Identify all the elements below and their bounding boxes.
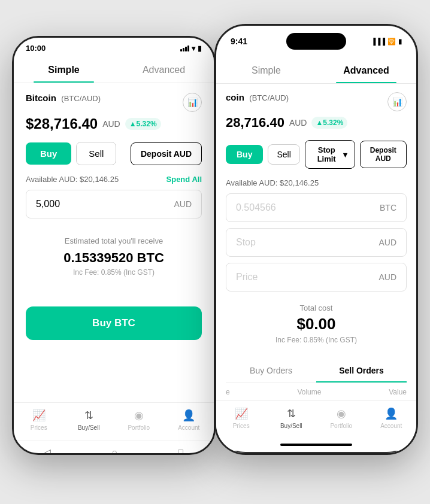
wifi-icon: ▾	[192, 44, 195, 53]
coin-title-left: Bitcoin (BTC/AUD)	[26, 93, 101, 104]
portfolio-icon-left: ◉	[134, 409, 144, 422]
coin-pair-right: (BTC/AUD)	[249, 93, 289, 102]
chart-icon-left[interactable]: 📊	[183, 93, 202, 112]
nav-prices-left[interactable]: 📈 Prices	[14, 409, 64, 431]
content-left: Bitcoin (BTC/AUD) 📊 $28,716.40 AUD ▲5.32…	[14, 83, 214, 402]
aud-currency: AUD	[174, 199, 192, 209]
input-aud-field[interactable]: 5,000 AUD	[26, 190, 202, 218]
available-label-right: Available AUD: $20,146.25	[226, 178, 319, 187]
buy-button-right[interactable]: Buy	[226, 145, 263, 164]
coin-title-right: coin (BTC/AUD)	[226, 92, 289, 103]
buysell-icon-right: ⇅	[287, 407, 296, 420]
tabs-right: Simple Advanced	[216, 57, 416, 84]
prices-label-right: Prices	[233, 423, 250, 429]
android-back[interactable]: ◁	[44, 447, 51, 455]
iphone-time: 9:41	[231, 37, 247, 46]
sell-button-left[interactable]: Sell	[76, 142, 116, 165]
tab-advanced-left[interactable]: Advanced	[114, 56, 214, 83]
tab-simple-right[interactable]: Simple	[216, 57, 316, 83]
estimated-box: Estimated total you'll receive 0.1533952…	[26, 224, 202, 289]
action-buttons-left: Buy Sell Deposit AUD	[26, 142, 202, 165]
sell-orders-tab[interactable]: Sell Orders	[316, 360, 407, 382]
account-icon-left: 👤	[182, 409, 195, 422]
nav-account-left[interactable]: 👤 Account	[164, 409, 214, 431]
btc-value: 0.504566	[236, 202, 276, 213]
prices-icon-right: 📈	[235, 407, 248, 420]
nav-buysell-left[interactable]: ⇅ Buy/Sell	[64, 409, 114, 431]
nav-account-right[interactable]: 👤 Account	[367, 407, 417, 429]
total-box: Total cost $0.00 Inc Fee: 0.85% (Inc GST…	[226, 297, 407, 354]
buysell-label-left: Buy/Sell	[78, 424, 100, 431]
home-bar	[280, 444, 352, 446]
price-change-left: ▲5.32%	[125, 118, 161, 130]
battery-icon: ▮	[198, 44, 202, 53]
tab-advanced-right[interactable]: Advanced	[316, 57, 416, 83]
price-value-left: $28,716.40	[26, 116, 98, 132]
buy-button-left[interactable]: Buy	[26, 142, 71, 165]
coin-header-left: Bitcoin (BTC/AUD) 📊	[26, 93, 202, 112]
phone-right: 9:41 ▐▐▐ 🛜 ▮ Simple Advanced coin	[214, 24, 418, 455]
available-label-left: Available AUD: $20,146.25	[26, 175, 119, 184]
phone-left: 10:00 ▾ ▮ Simple Advanced	[12, 36, 216, 455]
price-row-left: $28,716.40 AUD ▲5.32%	[26, 116, 202, 132]
screen-left: Simple Advanced Bitcoin (BTC/AUD) 📊 $28,…	[14, 56, 214, 441]
tabs-left: Simple Advanced	[14, 56, 214, 83]
orders-header: e Volume Value	[226, 383, 407, 400]
bottom-nav-left: 📈 Prices ⇅ Buy/Sell ◉ Portfolio 👤 Accoun…	[14, 402, 214, 441]
time-left: 10:00	[26, 44, 46, 53]
sell-button-right[interactable]: Sell	[268, 144, 299, 165]
price-value-input: Price	[236, 272, 258, 283]
orders-col2: Volume	[297, 388, 321, 396]
nav-portfolio-right[interactable]: ◉ Portfolio	[316, 407, 367, 429]
price-currency-input: AUD	[378, 272, 396, 282]
buysell-icon-left: ⇅	[84, 409, 93, 422]
tab-simple-left[interactable]: Simple	[14, 56, 114, 83]
iphone-wifi-icon: 🛜	[387, 38, 396, 45]
buy-orders-tab[interactable]: Buy Orders	[226, 360, 316, 382]
nav-portfolio-left[interactable]: ◉ Portfolio	[114, 409, 164, 431]
deposit-button-right[interactable]: Deposit AUD	[360, 141, 407, 168]
stop-currency: AUD	[378, 238, 396, 247]
screen-right: Simple Advanced coin (BTC/AUD) 📊 28,716.…	[216, 57, 416, 451]
nav-buysell-right[interactable]: ⇅ Buy/Sell	[267, 407, 317, 429]
fee-text-left: Inc Fee: 0.85% (Inc GST)	[26, 268, 202, 277]
estimated-value: 0.15339520 BTC	[26, 250, 202, 266]
input-price-field[interactable]: Price AUD	[226, 263, 407, 292]
orders-col1: e	[226, 388, 230, 396]
spend-all-button[interactable]: Spend All	[166, 175, 202, 184]
content-right: coin (BTC/AUD) 📊 28,716.40 AUD ▲5.32% Bu…	[216, 84, 416, 400]
android-home[interactable]: ○	[112, 447, 117, 455]
status-bar-left: 10:00 ▾ ▮	[14, 38, 214, 56]
portfolio-label-left: Portfolio	[128, 424, 150, 431]
bottom-nav-right: 📈 Prices ⇅ Buy/Sell ◉ Portfolio 👤 Accoun…	[216, 400, 416, 439]
estimated-label: Estimated total you'll receive	[26, 236, 202, 245]
stop-limit-button[interactable]: Stop Limit ▾	[305, 140, 355, 169]
coin-name-left: Bitcoin	[26, 93, 56, 103]
stop-value: Stop	[236, 237, 256, 248]
android-recent[interactable]: □	[178, 447, 183, 455]
account-icon-right: 👤	[384, 407, 398, 420]
status-icons-left: ▾ ▮	[180, 44, 202, 53]
deposit-button-left[interactable]: Deposit AUD	[131, 142, 202, 165]
orders-col3: Value	[389, 388, 407, 396]
input-stop-field[interactable]: Stop AUD	[226, 228, 407, 257]
total-value: $0.00	[226, 315, 407, 333]
available-row-right: Available AUD: $20,146.25	[226, 178, 407, 187]
portfolio-icon-right: ◉	[337, 407, 346, 420]
account-label-right: Account	[380, 423, 402, 429]
buy-btc-button[interactable]: Buy BTC	[26, 306, 202, 340]
signal-icon	[180, 45, 189, 51]
chart-icon-right[interactable]: 📊	[387, 92, 407, 111]
price-currency-left: AUD	[102, 119, 120, 129]
price-value-right: 28,716.40	[226, 115, 284, 130]
price-currency-right: AUD	[289, 118, 307, 127]
chevron-down-icon: ▾	[343, 150, 347, 159]
prices-label-left: Prices	[31, 424, 47, 431]
nav-prices-right[interactable]: 📈 Prices	[216, 407, 267, 429]
coin-pair-left: (BTC/AUD)	[61, 94, 101, 103]
input-btc-field[interactable]: 0.504566 BTC	[226, 193, 407, 222]
android-nav: ◁ ○ □	[14, 441, 214, 455]
available-row-left: Available AUD: $20,146.25 Spend All	[26, 175, 202, 184]
coin-header-right: coin (BTC/AUD) 📊	[226, 92, 407, 111]
prices-icon-left: 📈	[32, 409, 46, 422]
